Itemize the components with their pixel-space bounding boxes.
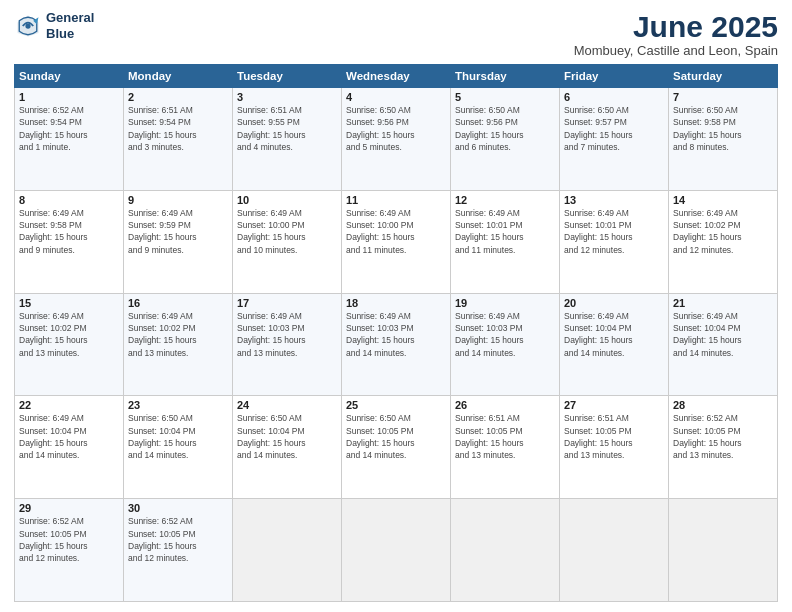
calendar-cell: 3Sunrise: 6:51 AM Sunset: 9:55 PM Daylig…	[233, 88, 342, 191]
calendar-cell: 16Sunrise: 6:49 AM Sunset: 10:02 PM Dayl…	[124, 293, 233, 396]
day-info: Sunrise: 6:49 AM Sunset: 10:02 PM Daylig…	[19, 310, 119, 359]
day-info: Sunrise: 6:49 AM Sunset: 10:04 PM Daylig…	[673, 310, 773, 359]
day-number: 28	[673, 399, 773, 411]
day-number: 1	[19, 91, 119, 103]
day-info: Sunrise: 6:49 AM Sunset: 10:04 PM Daylig…	[564, 310, 664, 359]
day-number: 9	[128, 194, 228, 206]
day-info: Sunrise: 6:52 AM Sunset: 10:05 PM Daylig…	[128, 515, 228, 564]
day-number: 14	[673, 194, 773, 206]
calendar-cell	[342, 499, 451, 602]
weekday-header-thursday: Thursday	[451, 65, 560, 88]
calendar-cell: 19Sunrise: 6:49 AM Sunset: 10:03 PM Dayl…	[451, 293, 560, 396]
title-block: June 2025 Mombuey, Castille and Leon, Sp…	[574, 10, 778, 58]
calendar-cell	[451, 499, 560, 602]
day-info: Sunrise: 6:50 AM Sunset: 9:56 PM Dayligh…	[455, 104, 555, 153]
calendar-cell: 15Sunrise: 6:49 AM Sunset: 10:02 PM Dayl…	[15, 293, 124, 396]
calendar-cell: 6Sunrise: 6:50 AM Sunset: 9:57 PM Daylig…	[560, 88, 669, 191]
calendar-cell: 11Sunrise: 6:49 AM Sunset: 10:00 PM Dayl…	[342, 190, 451, 293]
calendar-cell: 1Sunrise: 6:52 AM Sunset: 9:54 PM Daylig…	[15, 88, 124, 191]
day-number: 20	[564, 297, 664, 309]
logo-icon	[14, 12, 42, 40]
day-info: Sunrise: 6:50 AM Sunset: 9:56 PM Dayligh…	[346, 104, 446, 153]
calendar-cell: 24Sunrise: 6:50 AM Sunset: 10:04 PM Dayl…	[233, 396, 342, 499]
weekday-header-row: SundayMondayTuesdayWednesdayThursdayFrid…	[15, 65, 778, 88]
day-info: Sunrise: 6:52 AM Sunset: 9:54 PM Dayligh…	[19, 104, 119, 153]
calendar-cell: 22Sunrise: 6:49 AM Sunset: 10:04 PM Dayl…	[15, 396, 124, 499]
day-number: 8	[19, 194, 119, 206]
calendar-cell: 8Sunrise: 6:49 AM Sunset: 9:58 PM Daylig…	[15, 190, 124, 293]
calendar-cell: 30Sunrise: 6:52 AM Sunset: 10:05 PM Dayl…	[124, 499, 233, 602]
day-info: Sunrise: 6:52 AM Sunset: 10:05 PM Daylig…	[19, 515, 119, 564]
month-title: June 2025	[574, 10, 778, 43]
day-info: Sunrise: 6:49 AM Sunset: 10:03 PM Daylig…	[346, 310, 446, 359]
day-number: 10	[237, 194, 337, 206]
calendar-cell: 29Sunrise: 6:52 AM Sunset: 10:05 PM Dayl…	[15, 499, 124, 602]
calendar-cell: 4Sunrise: 6:50 AM Sunset: 9:56 PM Daylig…	[342, 88, 451, 191]
calendar-cell: 28Sunrise: 6:52 AM Sunset: 10:05 PM Dayl…	[669, 396, 778, 499]
day-number: 26	[455, 399, 555, 411]
day-info: Sunrise: 6:51 AM Sunset: 10:05 PM Daylig…	[564, 412, 664, 461]
calendar-cell: 13Sunrise: 6:49 AM Sunset: 10:01 PM Dayl…	[560, 190, 669, 293]
day-number: 18	[346, 297, 446, 309]
day-number: 16	[128, 297, 228, 309]
day-number: 4	[346, 91, 446, 103]
day-number: 27	[564, 399, 664, 411]
day-number: 22	[19, 399, 119, 411]
day-number: 11	[346, 194, 446, 206]
day-info: Sunrise: 6:50 AM Sunset: 10:04 PM Daylig…	[237, 412, 337, 461]
day-number: 3	[237, 91, 337, 103]
day-number: 17	[237, 297, 337, 309]
logo: General Blue	[14, 10, 94, 41]
calendar-cell: 26Sunrise: 6:51 AM Sunset: 10:05 PM Dayl…	[451, 396, 560, 499]
calendar-cell: 7Sunrise: 6:50 AM Sunset: 9:58 PM Daylig…	[669, 88, 778, 191]
day-info: Sunrise: 6:50 AM Sunset: 9:58 PM Dayligh…	[673, 104, 773, 153]
calendar-cell: 14Sunrise: 6:49 AM Sunset: 10:02 PM Dayl…	[669, 190, 778, 293]
day-info: Sunrise: 6:49 AM Sunset: 10:01 PM Daylig…	[564, 207, 664, 256]
day-number: 21	[673, 297, 773, 309]
day-number: 12	[455, 194, 555, 206]
day-info: Sunrise: 6:49 AM Sunset: 10:04 PM Daylig…	[19, 412, 119, 461]
day-number: 24	[237, 399, 337, 411]
day-info: Sunrise: 6:50 AM Sunset: 9:57 PM Dayligh…	[564, 104, 664, 153]
day-info: Sunrise: 6:49 AM Sunset: 10:03 PM Daylig…	[237, 310, 337, 359]
calendar-cell: 17Sunrise: 6:49 AM Sunset: 10:03 PM Dayl…	[233, 293, 342, 396]
page: General Blue June 2025 Mombuey, Castille…	[0, 0, 792, 612]
day-number: 7	[673, 91, 773, 103]
calendar-cell	[560, 499, 669, 602]
day-info: Sunrise: 6:49 AM Sunset: 10:00 PM Daylig…	[346, 207, 446, 256]
calendar-week-5: 29Sunrise: 6:52 AM Sunset: 10:05 PM Dayl…	[15, 499, 778, 602]
day-info: Sunrise: 6:51 AM Sunset: 9:55 PM Dayligh…	[237, 104, 337, 153]
day-number: 13	[564, 194, 664, 206]
calendar-table: SundayMondayTuesdayWednesdayThursdayFrid…	[14, 64, 778, 602]
day-info: Sunrise: 6:50 AM Sunset: 10:04 PM Daylig…	[128, 412, 228, 461]
calendar-cell: 12Sunrise: 6:49 AM Sunset: 10:01 PM Dayl…	[451, 190, 560, 293]
day-number: 15	[19, 297, 119, 309]
svg-point-2	[25, 23, 30, 28]
day-number: 29	[19, 502, 119, 514]
calendar-cell: 10Sunrise: 6:49 AM Sunset: 10:00 PM Dayl…	[233, 190, 342, 293]
day-number: 23	[128, 399, 228, 411]
logo-text: General Blue	[46, 10, 94, 41]
calendar-cell: 25Sunrise: 6:50 AM Sunset: 10:05 PM Dayl…	[342, 396, 451, 499]
day-number: 25	[346, 399, 446, 411]
calendar-cell: 21Sunrise: 6:49 AM Sunset: 10:04 PM Dayl…	[669, 293, 778, 396]
day-info: Sunrise: 6:50 AM Sunset: 10:05 PM Daylig…	[346, 412, 446, 461]
day-info: Sunrise: 6:49 AM Sunset: 9:59 PM Dayligh…	[128, 207, 228, 256]
calendar-week-1: 1Sunrise: 6:52 AM Sunset: 9:54 PM Daylig…	[15, 88, 778, 191]
calendar-cell: 20Sunrise: 6:49 AM Sunset: 10:04 PM Dayl…	[560, 293, 669, 396]
weekday-header-monday: Monday	[124, 65, 233, 88]
day-number: 2	[128, 91, 228, 103]
day-info: Sunrise: 6:49 AM Sunset: 10:00 PM Daylig…	[237, 207, 337, 256]
calendar-cell: 5Sunrise: 6:50 AM Sunset: 9:56 PM Daylig…	[451, 88, 560, 191]
weekday-header-tuesday: Tuesday	[233, 65, 342, 88]
day-info: Sunrise: 6:49 AM Sunset: 9:58 PM Dayligh…	[19, 207, 119, 256]
day-info: Sunrise: 6:49 AM Sunset: 10:03 PM Daylig…	[455, 310, 555, 359]
weekday-header-sunday: Sunday	[15, 65, 124, 88]
calendar-cell	[233, 499, 342, 602]
calendar-cell: 9Sunrise: 6:49 AM Sunset: 9:59 PM Daylig…	[124, 190, 233, 293]
day-number: 6	[564, 91, 664, 103]
subtitle: Mombuey, Castille and Leon, Spain	[574, 43, 778, 58]
calendar-cell: 23Sunrise: 6:50 AM Sunset: 10:04 PM Dayl…	[124, 396, 233, 499]
header: General Blue June 2025 Mombuey, Castille…	[14, 10, 778, 58]
calendar-week-2: 8Sunrise: 6:49 AM Sunset: 9:58 PM Daylig…	[15, 190, 778, 293]
